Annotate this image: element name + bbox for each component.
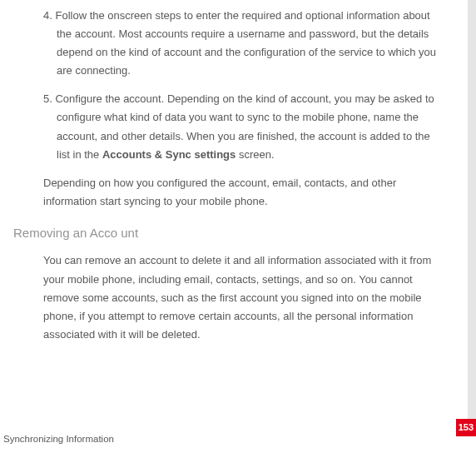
page-number-text: 153 (459, 422, 474, 432)
step-5: 5. Configure the account. Depending on t… (13, 90, 446, 163)
removing-text: You can remove an account to delete it a… (43, 254, 431, 340)
step-number: 4. (43, 9, 55, 22)
follow-paragraph: Depending on how you configured the acco… (13, 174, 446, 211)
footer: Synchronizing Information (3, 431, 114, 448)
page-side-tab (468, 0, 476, 426)
page-content: 4. Follow the onscreen steps to enter th… (0, 0, 476, 361)
follow-text: Depending on how you configured the acco… (43, 177, 396, 207)
step-4: 4. Follow the onscreen steps to enter th… (13, 7, 446, 80)
footer-text: Synchronizing Information (3, 434, 114, 444)
removing-paragraph: You can remove an account to delete it a… (13, 251, 446, 343)
step-text: Follow the onscreen steps to enter the r… (55, 9, 436, 77)
step-number: 5. (43, 92, 55, 105)
bold-term: Accounts & Sync settings (102, 148, 236, 161)
section-heading-removing: Removing an Acco unt (13, 222, 446, 244)
page-number-badge: 153 (456, 419, 476, 436)
step-text-after: screen. (236, 148, 274, 161)
section-heading-text: Removing an Acco unt (13, 226, 138, 240)
